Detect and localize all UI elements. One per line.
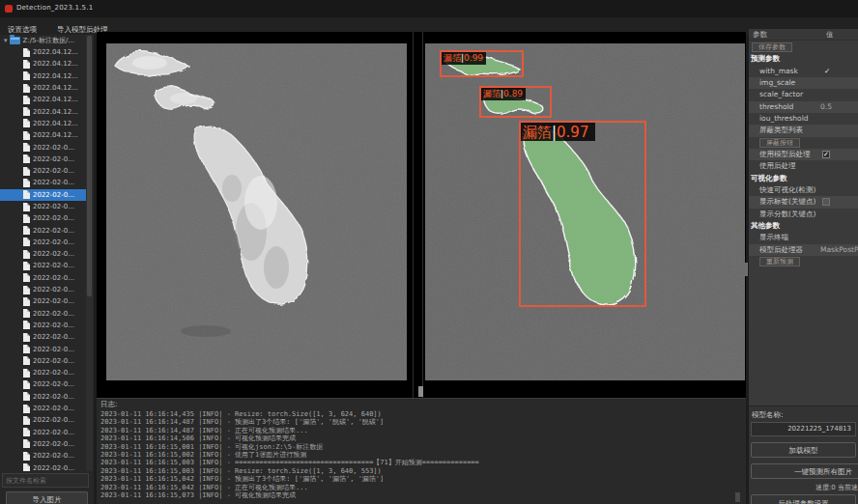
param-button-row: 重新预测 bbox=[749, 256, 858, 267]
param-action-button[interactable]: 重新预测 bbox=[759, 257, 800, 266]
tree-item-file[interactable]: 2022-02-0... bbox=[0, 284, 86, 295]
file-icon bbox=[23, 131, 30, 140]
tree-item-file[interactable]: 2022.04.12... bbox=[0, 94, 86, 105]
file-icon bbox=[23, 297, 30, 306]
tree-item-file[interactable]: 2022-02-0... bbox=[0, 212, 86, 224]
param-action-button[interactable]: 保存参数 bbox=[752, 42, 792, 52]
tree-item-file[interactable]: 2022-02-0... bbox=[0, 355, 86, 367]
tree-item-file[interactable]: 2022.04.12... bbox=[0, 105, 86, 117]
tree-item-label: 2022-02-0... bbox=[33, 191, 74, 199]
tree-item-file[interactable]: 2022-02-0... bbox=[0, 367, 86, 378]
param-label: 显示终端 bbox=[759, 233, 788, 241]
file-icon bbox=[23, 226, 30, 235]
file-icon bbox=[23, 452, 30, 461]
tree-item-file[interactable]: 2022-02-0... bbox=[0, 260, 86, 271]
param-row: 显示终端 bbox=[749, 232, 858, 243]
tree-item-file[interactable]: 2022-02-0... bbox=[0, 462, 86, 471]
file-icon bbox=[23, 273, 30, 282]
tree-item-file[interactable]: 2022-02-0... bbox=[0, 201, 86, 212]
check-icon[interactable]: ✓ bbox=[824, 66, 830, 77]
file-icon bbox=[23, 154, 30, 163]
tree-item-label: 2022-02-0... bbox=[33, 274, 74, 282]
header-value: 值 bbox=[826, 29, 834, 41]
tree-item-file[interactable]: 2022-02-0... bbox=[0, 224, 86, 236]
log-title: 日志: bbox=[100, 400, 118, 409]
tree-item-file[interactable]: 2022.04.12... bbox=[0, 82, 86, 94]
param-label: 显示分数(关键点) bbox=[759, 210, 815, 218]
checkbox-checked[interactable]: ✓ bbox=[822, 151, 830, 158]
log-lines: 2023-01-11 16:16:14,435 |INFO| - Resize:… bbox=[100, 410, 479, 499]
predict-all-button[interactable]: 一键预测所有图片 bbox=[751, 463, 858, 479]
param-row: threshold0.5 bbox=[749, 101, 858, 113]
tree-item-label: 2022-02-0... bbox=[33, 238, 74, 246]
file-sidebar: ▾ Z:/5-标注数据/... 2022.04.12...2022.04.12.… bbox=[0, 35, 94, 504]
param-section-header: 其他参数 bbox=[749, 220, 858, 232]
checkbox[interactable] bbox=[822, 198, 830, 206]
import-image-button[interactable]: 导入图片 bbox=[6, 491, 88, 504]
log-scrollbar-thumb[interactable] bbox=[735, 492, 740, 502]
file-icon bbox=[23, 369, 30, 378]
postprocess-settings-button[interactable]: 后处理参数设置 bbox=[751, 494, 856, 504]
source-image-panel[interactable] bbox=[106, 43, 407, 380]
file-icon bbox=[23, 71, 30, 80]
tree-item-file[interactable]: 2022-02-0... bbox=[0, 378, 86, 390]
header-name: 参数 bbox=[753, 29, 767, 41]
tree-item-file[interactable]: 2022-02-0... bbox=[0, 320, 86, 331]
prediction-image-panel[interactable]: 漏箔|0.99漏箔|0.89漏箔|0.97 bbox=[425, 43, 745, 380]
panel-splitter-handle[interactable] bbox=[418, 386, 423, 397]
param-action-button[interactable]: 屏蔽按钮 bbox=[759, 138, 800, 148]
tree-item-file[interactable]: 2022-02-0... bbox=[0, 427, 86, 438]
tree-item-file[interactable]: 2022-02-0... bbox=[0, 248, 86, 260]
param-button-row: 保存参数 bbox=[749, 42, 858, 53]
tree-item-label: 2022-02-0... bbox=[33, 429, 74, 436]
tree-root[interactable]: ▾ Z:/5-标注数据/... bbox=[0, 35, 86, 46]
file-icon bbox=[23, 107, 30, 116]
tree-root-label: Z:/5-标注数据/... bbox=[23, 36, 75, 45]
file-icon bbox=[23, 262, 30, 270]
tree-item-label: 2022-02-0... bbox=[33, 286, 74, 294]
tree-item-file[interactable]: 2022-02-0... bbox=[0, 308, 86, 320]
file-icon bbox=[23, 309, 30, 318]
tree-item-file[interactable]: 2022-02-0... bbox=[0, 438, 86, 450]
tree-item-file[interactable]: 2022-02-0... bbox=[0, 295, 86, 307]
tree-item-file[interactable]: 2022.04.12... bbox=[0, 118, 86, 129]
tree-item-file[interactable]: 2022-02-0... bbox=[0, 391, 86, 403]
tree-item-file[interactable]: 2022.04.12... bbox=[0, 129, 86, 141]
speed-status: 速度:0 当前速度 bbox=[815, 483, 858, 492]
file-icon bbox=[23, 439, 30, 448]
param-label: 使用模型后处理 bbox=[759, 150, 811, 158]
folder-icon bbox=[10, 37, 20, 44]
model-name-field[interactable]: 20221225_174813 bbox=[751, 422, 856, 436]
tree-item-file[interactable]: 2022-02-0... bbox=[0, 450, 86, 462]
load-model-button[interactable]: 加载模型 bbox=[751, 442, 856, 458]
tree-scrollbar[interactable] bbox=[86, 35, 93, 471]
file-tree[interactable]: ▾ Z:/5-标注数据/... 2022.04.12...2022.04.12.… bbox=[0, 35, 86, 471]
tree-item-file[interactable]: 2022-02-0... bbox=[0, 189, 86, 201]
tree-item-file[interactable]: 2022-02-0... bbox=[0, 237, 86, 248]
param-row: with_mask✓ bbox=[749, 66, 858, 77]
file-icon bbox=[23, 416, 30, 425]
panel-scrollbar-thumb[interactable] bbox=[745, 263, 748, 276]
tree-item-label: 2022.04.12... bbox=[33, 72, 78, 80]
param-row: 显示标签(关键点) bbox=[749, 196, 858, 208]
tree-item-file[interactable]: 2022.04.12... bbox=[0, 58, 86, 70]
expand-arrow-icon[interactable]: ▾ bbox=[4, 37, 8, 44]
param-button-row: 屏蔽按钮 bbox=[749, 137, 858, 149]
tree-item-file[interactable]: 2022.04.12... bbox=[0, 70, 86, 82]
tree-item-file[interactable]: 2022-02-0... bbox=[0, 403, 86, 414]
tree-item-file[interactable]: 2022-02-0... bbox=[0, 154, 86, 165]
tree-item-file[interactable]: 2022-02-0... bbox=[0, 343, 86, 354]
tree-item-file[interactable]: 2022-02-0... bbox=[0, 141, 86, 153]
tree-item-file[interactable]: 2022-02-0... bbox=[0, 272, 86, 284]
tree-scrollbar-thumb[interactable] bbox=[87, 36, 92, 296]
tree-item-file[interactable]: 2022-02-0... bbox=[0, 414, 86, 426]
tree-item-file[interactable]: 2022-02-0... bbox=[0, 331, 86, 343]
tree-item-file[interactable]: 2022-02-0... bbox=[0, 177, 86, 188]
tree-item-label: 2022.04.12... bbox=[33, 131, 78, 139]
filename-search-input[interactable] bbox=[2, 473, 89, 488]
tree-item-file[interactable]: 2022.04.12... bbox=[0, 46, 86, 58]
tree-item-file[interactable]: 2022-02-0... bbox=[0, 165, 86, 177]
param-row: iou_threshold bbox=[749, 113, 858, 125]
tree-item-label: 2022-02-0... bbox=[33, 393, 74, 401]
tree-item-label: 2022-02-0... bbox=[33, 333, 74, 341]
